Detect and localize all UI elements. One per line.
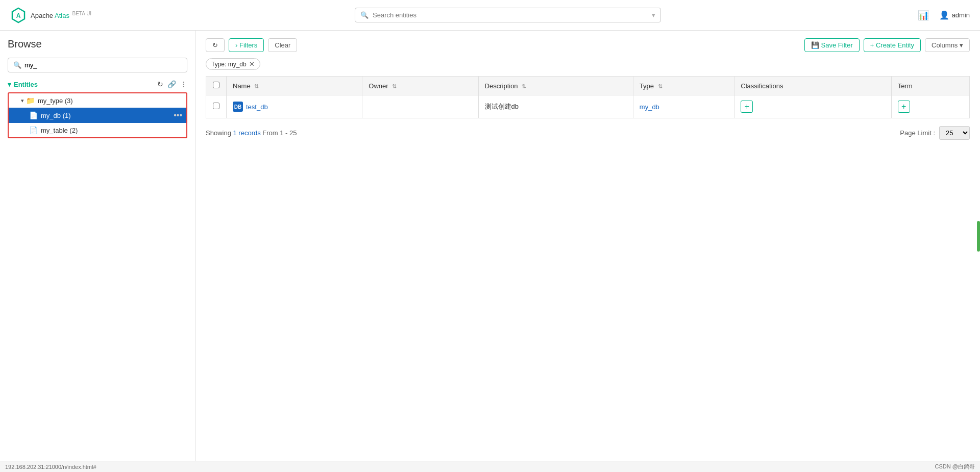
sidebar-search[interactable]: 🔍 xyxy=(8,58,187,72)
tree-label-my-db: my_db (1) xyxy=(41,112,174,119)
showing-text: Showing xyxy=(206,129,231,137)
header-classifications[interactable]: Classifications xyxy=(734,77,891,95)
tree-item-my-db[interactable]: 📄 my_db (1) ••• xyxy=(9,108,186,123)
header-type[interactable]: Type ⇅ xyxy=(633,77,734,95)
search-input[interactable] xyxy=(373,11,652,19)
entities-header: ▾ Entities ↻ 🔗 ⋮ xyxy=(8,80,187,88)
entities-section-title[interactable]: ▾ Entities xyxy=(8,81,38,88)
toolbar-left: ↻ › Filters Clear xyxy=(206,38,297,52)
page-limit-select[interactable]: 25 50 100 xyxy=(939,126,970,140)
row-term-cell: + xyxy=(891,95,969,118)
page-limit-area: Page Limit : 25 50 100 xyxy=(900,126,970,140)
filters-label: › Filters xyxy=(235,41,257,49)
row-owner-cell xyxy=(362,95,478,118)
entity-name: test_db xyxy=(246,103,268,111)
header-owner[interactable]: Owner ⇅ xyxy=(362,77,478,95)
tree-dots-icon[interactable]: ••• xyxy=(174,111,182,120)
records-link[interactable]: 1 records xyxy=(233,129,261,137)
logo-beta: BETA UI xyxy=(72,11,92,16)
row-checkbox-col xyxy=(206,95,227,118)
scrollbar-indicator xyxy=(977,221,980,252)
table-row: DB test_db 测试创建db my_db + xyxy=(206,95,970,118)
filters-button[interactable]: › Filters xyxy=(229,38,264,52)
more-options-icon[interactable]: ⋮ xyxy=(180,80,187,88)
pagination-area: Showing 1 records From 1 - 25 Page Limit… xyxy=(206,126,970,140)
filter-tag-my-db: Type: my_db ✕ xyxy=(206,58,260,70)
file-icon-my-db: 📄 xyxy=(29,111,38,119)
filter-tag-close-icon[interactable]: ✕ xyxy=(249,60,255,68)
page-limit-label: Page Limit : xyxy=(900,129,935,137)
main-layout: Browse 🔍 ▾ Entities ↻ 🔗 ⋮ ▾ 📁 my_typ xyxy=(0,31,980,472)
columns-label: Columns ▾ xyxy=(932,41,963,49)
refresh-entities-icon[interactable]: ↻ xyxy=(157,80,163,88)
sidebar: Browse 🔍 ▾ Entities ↻ 🔗 ⋮ ▾ 📁 my_typ xyxy=(0,31,195,472)
folder-icon: 📁 xyxy=(26,96,35,105)
browse-title: Browse xyxy=(8,38,187,50)
user-area[interactable]: 👤 admin xyxy=(939,10,970,20)
user-name: admin xyxy=(952,11,970,19)
search-container: 🔍 ▾ xyxy=(122,8,893,22)
content-area: ↻ › Filters Clear 💾 Save Filter + Create… xyxy=(195,31,980,472)
row-checkbox[interactable] xyxy=(213,103,219,109)
save-filter-icon: 💾 xyxy=(811,41,819,49)
save-filter-label: Save Filter xyxy=(821,41,853,49)
search-dropdown-icon[interactable]: ▾ xyxy=(652,11,655,19)
toolbar: ↻ › Filters Clear 💾 Save Filter + Create… xyxy=(206,38,970,52)
select-all-checkbox[interactable] xyxy=(213,82,219,88)
row-type-cell: my_db xyxy=(633,95,734,118)
tree-label-my-type: my_type (3) xyxy=(38,97,182,105)
create-entity-label: + Create Entity xyxy=(870,41,914,49)
add-classification-button[interactable]: + xyxy=(741,101,753,113)
entities-label: Entities xyxy=(14,81,38,88)
header-checkbox-col xyxy=(206,77,227,95)
type-link[interactable]: my_db xyxy=(640,103,659,111)
logo-icon: A xyxy=(10,7,27,23)
header-name[interactable]: Name ⇅ xyxy=(227,77,362,95)
bar-chart-icon[interactable]: 📊 xyxy=(918,10,929,21)
row-description: 测试创建db xyxy=(485,103,519,110)
entity-link-test-db[interactable]: DB test_db xyxy=(233,102,356,112)
row-classifications-cell: + xyxy=(734,95,891,118)
name-sort-icon: ⇅ xyxy=(254,83,259,89)
sidebar-search-input[interactable] xyxy=(24,61,182,69)
filter-tag-label: Type: my_db xyxy=(211,61,247,68)
header-right: 📊 👤 admin xyxy=(893,10,970,21)
refresh-icon: ↻ xyxy=(212,41,218,49)
desc-sort-icon: ⇅ xyxy=(522,83,526,89)
add-term-button[interactable]: + xyxy=(898,101,910,113)
results-table: Name ⇅ Owner ⇅ Description ⇅ Type ⇅ Clas… xyxy=(206,76,970,118)
logo-atlas: Atlas xyxy=(55,12,69,19)
clear-label: Clear xyxy=(275,41,290,49)
tree-label-my-table: my_table (2) xyxy=(41,127,182,134)
logo-apache: Apache xyxy=(31,12,53,19)
create-entity-button[interactable]: + Create Entity xyxy=(864,38,921,52)
header-description[interactable]: Description ⇅ xyxy=(478,77,633,95)
tree-arrow-icon: ▾ xyxy=(21,97,24,104)
sidebar-search-icon: 🔍 xyxy=(13,61,21,69)
toolbar-right: 💾 Save Filter + Create Entity Columns ▾ xyxy=(804,38,970,52)
columns-button[interactable]: Columns ▾ xyxy=(925,38,970,52)
status-url: 192.168.202.31:21000/n/index.html# xyxy=(5,464,96,470)
tree-item-my-type[interactable]: ▾ 📁 my_type (3) xyxy=(9,93,186,108)
clear-button[interactable]: Clear xyxy=(268,38,297,52)
search-box[interactable]: 🔍 ▾ xyxy=(355,8,661,22)
header-term[interactable]: Term xyxy=(891,77,969,95)
pagination-info: Showing 1 records From 1 - 25 xyxy=(206,129,297,137)
type-sort-icon: ⇅ xyxy=(658,83,663,89)
row-description-cell: 测试创建db xyxy=(478,95,633,118)
entity-tree: ▾ 📁 my_type (3) 📄 my_db (1) ••• 📄 my_tab… xyxy=(8,92,187,138)
entity-type-icon: DB xyxy=(233,102,243,112)
entities-chevron-icon: ▾ xyxy=(8,81,11,88)
search-icon: 🔍 xyxy=(360,11,369,19)
row-name-cell: DB test_db xyxy=(227,95,362,118)
table-header-row: Name ⇅ Owner ⇅ Description ⇅ Type ⇅ Clas… xyxy=(206,77,970,95)
filter-tag-area: Type: my_db ✕ xyxy=(206,58,970,76)
logo-area: A Apache Atlas BETA UI xyxy=(10,7,122,23)
link-icon[interactable]: 🔗 xyxy=(167,80,176,88)
tree-item-my-table[interactable]: 📄 my_table (2) xyxy=(9,123,186,137)
refresh-button[interactable]: ↻ xyxy=(206,38,225,52)
save-filter-button[interactable]: 💾 Save Filter xyxy=(804,38,860,52)
user-icon: 👤 xyxy=(939,10,949,20)
range-text: From 1 - 25 xyxy=(262,129,297,137)
owner-sort-icon: ⇅ xyxy=(392,83,397,89)
